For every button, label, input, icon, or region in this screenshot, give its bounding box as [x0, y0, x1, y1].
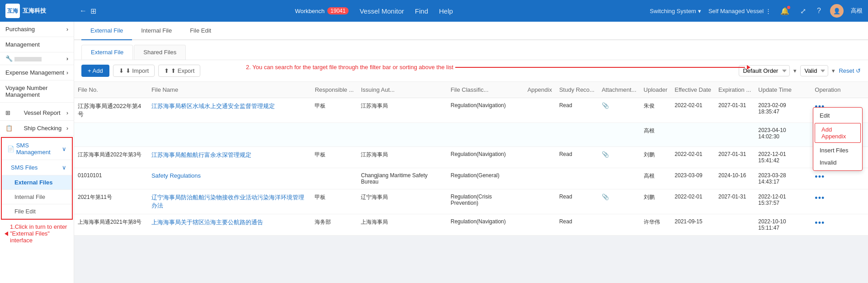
table-row: 上海海事局通2021年第8号 上海海事局关于辖区沿海主要公航路的通告 海务部 上…	[74, 214, 868, 236]
cell-update-time: 2022-12-01 15:41:42	[755, 147, 811, 168]
export-label: ⬆ Export	[171, 67, 194, 74]
chevron-expense-icon: ›	[66, 69, 68, 76]
app-name: 互海科技	[23, 7, 46, 15]
sidebar-item-external-files[interactable]: External Files	[2, 175, 72, 190]
workbench-nav[interactable]: Workbench 19041	[295, 7, 349, 14]
operation-dots-button[interactable]: •••	[815, 218, 825, 227]
cell-study-rec: Read	[556, 147, 598, 168]
cell-responsible: 甲板	[311, 98, 357, 123]
sidebar-item-ship-checking[interactable]: 📋 Ship Checking ›	[0, 121, 74, 136]
toolbar-right: Default Order ▾ Valid ▾ Reset ↺	[739, 65, 861, 76]
management-label: Management	[5, 41, 40, 48]
file-name-link[interactable]: 辽宁海事局防治船舶污染物接收作业活动污染海洋环境管理办法	[151, 194, 304, 209]
file-name-link[interactable]: 江苏海事局船舶航行富余水深管理规定	[151, 151, 251, 158]
sidebar-item-internal-file[interactable]: Internal File	[2, 190, 72, 204]
annotation1: 1.Click in turn to enter "External Files…	[0, 221, 74, 246]
cell-study-rec: Read	[556, 189, 598, 214]
chevron-sms-icon: ∨	[62, 146, 66, 152]
import-button[interactable]: ⬇ ⬇ Import	[113, 65, 155, 77]
back-button[interactable]: ←	[78, 5, 89, 17]
vessel-monitor-nav[interactable]: Vessel Monitor	[359, 7, 404, 15]
help-nav[interactable]: Help	[439, 7, 453, 15]
expand-button[interactable]: ⤢	[798, 5, 808, 17]
operation-dots-button[interactable]: •••	[815, 193, 825, 203]
sidebar-item-file-edit[interactable]: File Edit	[2, 204, 72, 219]
find-nav[interactable]: Find	[415, 7, 428, 15]
sub-tab-external-file[interactable]: External File	[81, 45, 133, 60]
sidebar-item-voyage[interactable]: Voyage Number Management	[0, 80, 74, 103]
col-study-rec: Study Reco...	[556, 82, 598, 98]
chevron-vessel-icon: ›	[66, 109, 68, 116]
ship-checking-icon: 📋	[5, 125, 13, 132]
export-icon: ⬆	[164, 67, 169, 74]
sidebar-item-vessel-report[interactable]: ⊞ Vessel Report ›	[0, 105, 74, 121]
tab-file-edit[interactable]: File Edit	[181, 22, 220, 40]
cell-attachment: 📎	[598, 189, 640, 214]
cell-attachment: 📎	[598, 98, 640, 123]
tab-external-file[interactable]: External File	[81, 22, 132, 40]
sms-management-group: 📄 SMS Management ∨ SMS Files ∨ External …	[1, 137, 73, 220]
cell-classification: Regulation(Navigation)	[447, 98, 524, 123]
cell-file-no: 江苏海事局通2022年第4号	[74, 98, 148, 123]
reset-button[interactable]: Reset ↺	[839, 67, 861, 74]
col-expiration: Expiration ...	[715, 82, 755, 98]
export-button[interactable]: ⬆ ⬆ Export	[158, 65, 200, 77]
cell-attachment	[598, 168, 640, 189]
help-circle-button[interactable]: ?	[815, 5, 823, 17]
cell-effective-date: 2022-02-01	[671, 189, 715, 214]
col-operation: Operation	[811, 82, 868, 98]
cell-file-no: 01010101	[74, 168, 148, 189]
user-avatar[interactable]: 👤	[830, 4, 844, 18]
toolbar: + Add ⬇ ⬇ Import ⬆ ⬆ Export 2. You can s…	[74, 60, 868, 82]
import-label: ⬇ Import	[126, 67, 149, 74]
nav-right: Switching System ▾ Self Managed Vessel ⋮…	[650, 4, 863, 18]
purchasing-label: Purchasing	[5, 26, 35, 33]
sidebar-item-sms-files[interactable]: SMS Files ∨	[2, 160, 72, 175]
cell-attachment: 📎	[598, 147, 640, 168]
tab-bar: External File Internal File File Edit	[74, 22, 868, 40]
cell-issuing: 上海海事局	[357, 214, 447, 236]
col-appendix: Appendix	[524, 82, 556, 98]
cell-study-rec: Read	[556, 98, 598, 123]
paperclip-icon: 📎	[602, 151, 609, 158]
popover-insert-files[interactable]: Insert Files	[813, 144, 862, 156]
external-files-label: External Files	[14, 179, 53, 186]
col-uploader: Uploader	[640, 82, 671, 98]
sidebar-item-sms-management[interactable]: 📄 SMS Management ∨	[2, 138, 72, 160]
add-button[interactable]: + Add	[81, 65, 109, 77]
paperclip-icon: 📎	[602, 102, 609, 109]
sidebar-item-purchasing[interactable]: Purchasing ›	[0, 22, 74, 37]
chevron-icon: ›	[66, 55, 68, 62]
sub-tab-shared-files[interactable]: Shared Files	[134, 45, 186, 60]
sidebar-icon-area: 🔧 ›	[0, 52, 74, 65]
popover-edit[interactable]: Edit	[813, 109, 862, 122]
sort-select[interactable]: Default Order	[739, 65, 790, 76]
popover-add-appendix[interactable]: Add Appendix	[815, 123, 861, 143]
sidebar-placeholder	[14, 57, 42, 61]
content-area: External File Internal File File Edit Ex…	[74, 22, 868, 236]
col-file-no: File No.	[74, 82, 148, 98]
notification-bell[interactable]: 🔔	[778, 5, 791, 17]
switching-system[interactable]: Switching System ▾	[650, 8, 701, 14]
table-row: 2021年第11号 辽宁海事局防治船舶污染物接收作业活动污染海洋环境管理办法 甲…	[74, 189, 868, 214]
file-name-link[interactable]: 上海海事局关于辖区沿海主要公航路的通告	[151, 219, 263, 226]
operation-dots-button[interactable]: •••	[815, 172, 825, 181]
file-name-link[interactable]: Safety Regulations	[151, 172, 201, 179]
cell-appendix	[524, 98, 556, 123]
cell-uploader: 高根	[640, 168, 671, 189]
grid-icon-button[interactable]: ⊞	[89, 5, 98, 17]
self-managed-vessel[interactable]: Self Managed Vessel ⋮	[708, 8, 771, 14]
cell-update-time: 2022-10-10 15:11:47	[755, 214, 811, 236]
sidebar-item-management[interactable]: Management	[0, 37, 74, 52]
sidebar-item-expense[interactable]: Expense Management ›	[0, 65, 74, 80]
cell-responsible	[311, 168, 357, 189]
filter-select[interactable]: Valid	[800, 65, 828, 76]
file-edit-label: File Edit	[14, 208, 36, 215]
cell-effective-date: 2021-09-15	[671, 214, 715, 236]
vessel-report-icon: ⊞	[5, 109, 10, 116]
workbench-label: Workbench	[295, 8, 325, 14]
table-row: 01010101 Safety Regulations Changjiang M…	[74, 168, 868, 189]
popover-invalid[interactable]: Invalid	[813, 156, 862, 169]
tab-internal-file[interactable]: Internal File	[132, 22, 181, 40]
file-name-link[interactable]: 江苏海事局桥区水域水上交通安全监督管理规定	[151, 103, 275, 109]
